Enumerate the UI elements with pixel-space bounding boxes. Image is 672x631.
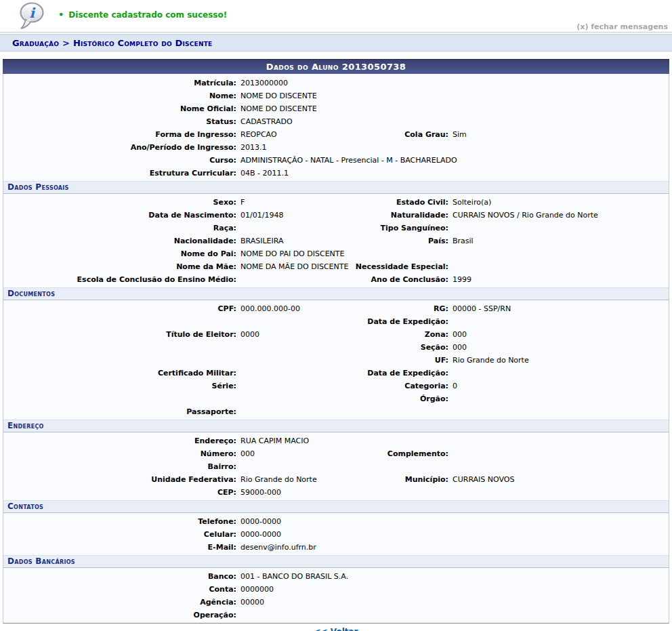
field-label: País: [352, 235, 450, 247]
field-value: NOME DO DISCENTE [238, 103, 669, 115]
field-value [450, 411, 669, 413]
field-value [238, 386, 352, 387]
field-label: E-Mail: [3, 542, 238, 553]
table-row: Celular:0000-0000 [3, 528, 669, 541]
field-value [238, 228, 352, 229]
field-label: Nome Oficial: [3, 103, 238, 115]
field-value: 59000-000 [238, 487, 669, 498]
field-value: 00000 [238, 596, 669, 608]
field-value [238, 373, 352, 374]
section-header-dados-pessoais: Dados Pessoais [3, 181, 669, 194]
field-value [238, 321, 352, 323]
field-value: 001 - BANCO DO BRASIL S.A. [238, 571, 669, 582]
table-row: Data de Expedição: [3, 315, 669, 328]
table-row: Nacionalidade:BRASILEIRAPaís:Brasil [3, 235, 669, 247]
field-value: 04B - 2011.1 [238, 167, 669, 179]
field-label: Banco: [3, 571, 238, 582]
field-value: 2013000000 [238, 77, 669, 89]
table-row: Nome da Mãe:NOME DA MÃE DO DISCENTENeces… [3, 260, 669, 273]
table-row: Seção:000 [3, 341, 669, 354]
field-value [450, 321, 669, 323]
field-value: CADASTRADO [238, 116, 669, 127]
field-value [238, 399, 352, 400]
student-data-table: Dados do Aluno 2013050738 Matrícula:2013… [3, 59, 669, 624]
field-value: 2013.1 [238, 142, 669, 153]
field-label: Nome da Mãe: [3, 261, 238, 272]
field-value [450, 453, 669, 455]
table-row: Data de Nascimento:01/01/1948Naturalidad… [3, 209, 669, 222]
field-label: Necessidade Especial: [352, 261, 450, 272]
info-balloon-icon: i [19, 2, 45, 33]
table-row: Nome Oficial:NOME DO DISCENTE [3, 102, 669, 115]
field-label: Unidade Federativa: [3, 474, 238, 485]
field-value: Brasil [450, 235, 669, 247]
field-label: Nome: [3, 90, 238, 102]
field-label: Zona: [352, 329, 450, 340]
breadcrumb-page: Histórico Completo do Discente [73, 38, 212, 48]
field-value [238, 347, 352, 348]
table-row: Endereço:RUA CAPIM MACIO [3, 434, 669, 447]
field-label: Número: [3, 448, 238, 460]
field-label: Data de Expedição: [352, 316, 450, 327]
field-value: 000 [450, 329, 669, 340]
table-row: Escola de Conclusão do Ensino Médio:Ano … [3, 273, 669, 286]
section-header-documentos: Documentos [3, 287, 669, 300]
table-row: UF:Rio Grande do Norte [3, 354, 669, 367]
back-link[interactable]: << Voltar [314, 627, 358, 631]
field-label: Título de Eleitor: [3, 329, 238, 340]
field-label: Órgão: [352, 393, 450, 405]
field-label: Sexo: [3, 197, 238, 208]
field-value: NOME DO PAI DO DISCENTE [238, 248, 352, 260]
field-value: Solteiro(a) [450, 197, 669, 208]
field-label [352, 253, 450, 255]
field-label: Seção: [352, 342, 450, 353]
table-row: Bairro: [3, 460, 669, 473]
field-label: Certificado Militar: [3, 367, 238, 379]
table-row: Sexo:FEstado Civil:Solteiro(a) [3, 196, 669, 209]
field-label: CEP: [3, 487, 238, 498]
field-value [238, 360, 352, 361]
field-label: Tipo Sanguíneo: [352, 222, 450, 234]
table-row: Conta:0000000 [3, 583, 669, 596]
bullet-icon: • [58, 9, 64, 20]
field-value: REOPCAO [238, 129, 352, 140]
table-row: CEP:59000-000 [3, 486, 669, 499]
field-value [238, 411, 352, 413]
table-row: Série:Categoria:0 [3, 380, 669, 392]
field-value [450, 266, 669, 268]
table-row: Ano/Período de Ingresso:2013.1 [3, 141, 669, 154]
field-value [450, 373, 669, 374]
field-value: Rio Grande do Norte [450, 354, 669, 366]
field-value [238, 279, 352, 281]
table-row: Telefone:0000-0000 [3, 515, 669, 528]
field-label: Forma de Ingresso: [3, 129, 238, 140]
field-value [450, 399, 669, 400]
table-row: Certificado Militar:Data de Expedição: [3, 367, 669, 380]
field-label: CPF: [3, 303, 238, 314]
field-label: Status: [3, 116, 238, 127]
student-table-body: Matrícula:2013000000Nome:NOME DO DISCENT… [3, 74, 669, 624]
field-label: Complemento: [352, 448, 450, 460]
field-value: 0000 [238, 329, 352, 340]
messages-panel: i • Discente cadastrado com sucesso! (x)… [0, 0, 672, 33]
table-title: Dados do Aluno 2013050738 [3, 59, 669, 74]
breadcrumb-module: Graduação [12, 38, 59, 48]
field-label: Agência: [3, 596, 238, 608]
field-value: CURRAIS NOVOS / Rio Grande do Norte [450, 209, 669, 221]
field-label [3, 360, 238, 361]
field-label: Endereço: [3, 435, 238, 447]
field-value: desenv@info.ufrn.br [238, 542, 669, 553]
field-label: Categoria: [352, 380, 450, 392]
table-row: E-Mail:desenv@info.ufrn.br [3, 541, 669, 554]
field-value [238, 466, 669, 468]
field-value: 0000-0000 [238, 516, 669, 527]
field-value: 0000000 [238, 584, 669, 595]
field-label: Celular: [3, 529, 238, 540]
field-label: Operação: [3, 609, 238, 621]
breadcrumb-separator-icon: > [62, 38, 70, 48]
close-messages-link[interactable]: (x) fechar mensagens [576, 22, 668, 31]
field-label: Escola de Conclusão do Ensino Médio: [3, 274, 238, 285]
field-value: ADMINISTRAÇÃO - NATAL - Presencial - M -… [238, 155, 669, 166]
field-value: NOME DO DISCENTE [238, 90, 669, 102]
field-label: Data de Nascimento: [3, 209, 238, 221]
